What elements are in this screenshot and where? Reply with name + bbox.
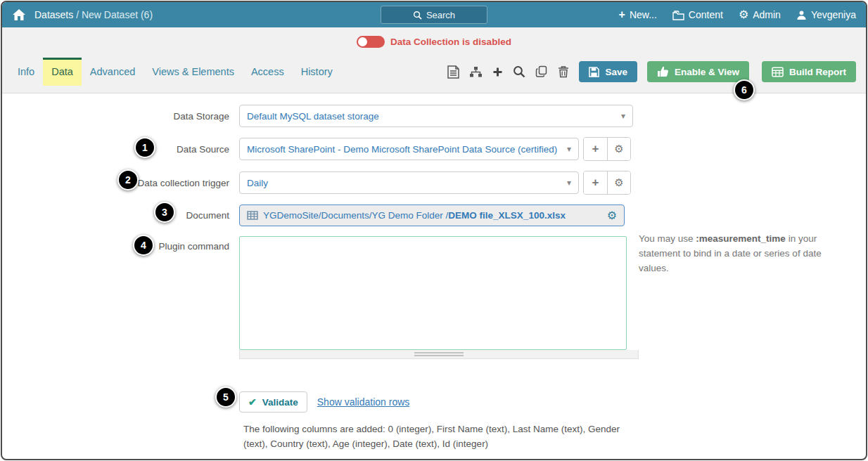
data-storage-row: Data Storage Default MySQL dataset stora…	[2, 105, 866, 127]
tab-history[interactable]: History	[293, 58, 341, 86]
data-storage-value: Default MySQL dataset storage	[247, 111, 379, 122]
enable-view-button[interactable]: Enable & View	[647, 61, 749, 82]
validate-row: ✔ Validate Show validation rows	[239, 391, 866, 413]
trigger-select[interactable]: Daily ▾	[239, 171, 579, 194]
global-search[interactable]: Search	[381, 6, 487, 24]
data-storage-select[interactable]: Default MySQL dataset storage ▾	[239, 105, 633, 127]
gear-icon: ⚙	[614, 143, 623, 155]
check-icon: ✔	[248, 396, 257, 408]
edit-trigger-button[interactable]: ⚙	[607, 171, 630, 194]
sitemap-icon	[469, 66, 483, 78]
report-table-icon	[772, 67, 784, 77]
toggle-knob	[358, 37, 367, 46]
document-row: Document YGDemoSite/Documents/YG Demo Fo…	[2, 204, 866, 226]
search-label: Search	[426, 10, 455, 20]
data-storage-label: Data Storage	[2, 111, 239, 122]
plus-icon: +	[619, 9, 625, 20]
add-data-source-button[interactable]: +	[584, 138, 607, 160]
enable-view-label: Enable & View	[675, 67, 739, 77]
plugin-command-input[interactable]	[239, 236, 627, 350]
textarea-resize-handle[interactable]	[239, 350, 639, 359]
new-menu-label: New...	[630, 9, 657, 20]
content-menu[interactable]: Content	[672, 9, 723, 20]
gear-icon: ⚙	[614, 176, 623, 189]
trigger-value: Daily	[247, 178, 268, 188]
save-icon	[589, 67, 599, 77]
tab-views-elements[interactable]: Views & Elements	[143, 58, 243, 86]
notes-button[interactable]	[447, 65, 459, 79]
plugin-command-label: Plugin command	[2, 236, 239, 252]
copy-icon	[535, 65, 548, 78]
spreadsheet-icon	[247, 211, 258, 220]
home-button[interactable]	[12, 8, 26, 21]
step-badge-3: 3	[154, 202, 175, 223]
delete-button[interactable]	[558, 65, 569, 78]
document-settings-gear-icon[interactable]: ⚙	[607, 209, 617, 222]
trash-icon	[558, 65, 569, 78]
validate-button[interactable]: ✔ Validate	[239, 391, 307, 413]
add-trigger-button[interactable]: +	[584, 171, 607, 194]
admin-menu-label: Admin	[753, 9, 781, 20]
data-source-label: Data Source	[2, 144, 239, 155]
search-icon	[513, 65, 525, 78]
plugin-command-wrap	[239, 236, 627, 359]
breadcrumb-current: / New Dataset (6)	[76, 9, 153, 20]
data-source-value: Microsoft SharePoint - Demo Microsoft Sh…	[247, 144, 557, 155]
content-menu-label: Content	[689, 9, 723, 20]
document-field[interactable]: YGDemoSite/Documents/YG Demo Folder / DE…	[239, 204, 625, 226]
show-validation-rows-link[interactable]: Show validation rows	[317, 396, 410, 408]
step-badge-5: 5	[215, 387, 236, 408]
chevron-down-icon: ▾	[621, 111, 625, 121]
step-badge-6: 6	[734, 79, 755, 100]
save-button[interactable]: Save	[579, 61, 637, 82]
search-icon	[413, 11, 422, 20]
data-collection-toggle[interactable]	[357, 36, 385, 48]
tab-data[interactable]: Data	[43, 58, 82, 86]
step-badge-1: 1	[134, 137, 155, 158]
gear-icon: ⚙	[739, 9, 748, 20]
document-icon	[447, 65, 459, 79]
data-collection-status-text: Data Collection is disabled	[390, 37, 511, 47]
build-report-button[interactable]: Build Report	[762, 61, 856, 82]
chevron-down-icon: ▾	[567, 144, 571, 154]
app-window: Datasets / New Dataset (6) Search + New.…	[1, 1, 867, 460]
folder-icon	[672, 10, 684, 20]
new-menu[interactable]: + New...	[619, 9, 657, 20]
breadcrumb: Datasets / New Dataset (6)	[34, 9, 153, 20]
data-source-actions: + ⚙	[583, 137, 631, 161]
lineage-button[interactable]	[469, 66, 483, 78]
toolbar: Save Enable & View	[447, 61, 856, 82]
build-report-label: Build Report	[789, 67, 846, 77]
search-dataset-button[interactable]	[513, 65, 525, 78]
chevron-down-icon: ▾	[567, 178, 571, 188]
tab-access[interactable]: Access	[243, 58, 293, 86]
tab-advanced[interactable]: Advanced	[82, 58, 144, 86]
tab-info[interactable]: Info	[9, 58, 43, 86]
data-source-row: Data Source Microsoft SharePoint - Demo …	[2, 137, 866, 161]
user-name: Yevgeniya	[811, 9, 856, 20]
duplicate-button[interactable]	[535, 65, 548, 78]
document-filename: DEMO file_XLSX_100.xlsx	[448, 210, 566, 221]
hint-prefix: You may use	[639, 233, 696, 244]
user-menu[interactable]: Yevgeniya	[796, 9, 856, 20]
hint-token: :measurement_time	[696, 233, 786, 244]
step-badge-4: 4	[133, 235, 154, 256]
top-navigation-bar: Datasets / New Dataset (6) Search + New.…	[2, 2, 866, 27]
plus-icon: +	[592, 176, 599, 190]
trigger-actions: + ⚙	[583, 171, 631, 195]
admin-menu[interactable]: ⚙ Admin	[739, 9, 781, 20]
breadcrumb-section[interactable]: Datasets	[34, 9, 73, 20]
document-path: YGDemoSite/Documents/YG Demo Folder /	[263, 210, 448, 221]
add-button[interactable]	[492, 67, 503, 77]
columns-added-note: The following columns are added: 0 (inte…	[243, 422, 623, 452]
step-badge-2: 2	[117, 169, 139, 190]
validate-label: Validate	[262, 397, 298, 408]
data-collection-banner: Data Collection is disabled	[2, 27, 866, 56]
data-source-select[interactable]: Microsoft SharePoint - Demo Microsoft Sh…	[239, 138, 579, 160]
user-icon	[796, 10, 807, 20]
edit-data-source-button[interactable]: ⚙	[607, 138, 630, 160]
app-frame: Datasets / New Dataset (6) Search + New.…	[0, 0, 868, 461]
grip-icon	[414, 352, 464, 358]
thumbs-up-icon	[657, 66, 669, 77]
plus-icon: +	[592, 142, 599, 156]
